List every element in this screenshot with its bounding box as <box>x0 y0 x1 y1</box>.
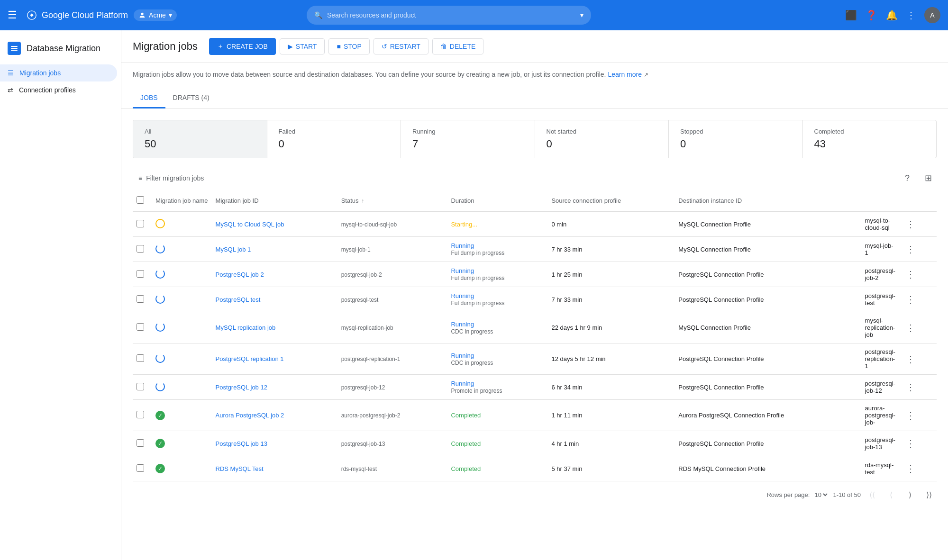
row-more-cell[interactable]: ⋮ <box>899 456 937 481</box>
row-checkbox[interactable] <box>137 245 144 253</box>
status-card-running[interactable]: Running 7 <box>401 120 535 158</box>
row-checkbox[interactable] <box>137 323 144 331</box>
create-job-button[interactable]: ＋ CREATE JOB <box>209 38 276 55</box>
status-card-completed[interactable]: Completed 43 <box>803 120 937 158</box>
job-name-link[interactable]: PostgreSQL job 13 <box>216 440 267 447</box>
job-name-link[interactable]: MySQL job 1 <box>216 246 251 253</box>
row-checkbox-cell[interactable] <box>133 211 152 237</box>
job-name-link[interactable]: PostgreSQL replication 1 <box>216 355 284 362</box>
sidebar-item-connection-profiles[interactable]: ⇄ Connection profiles <box>0 81 117 99</box>
row-more-button[interactable]: ⋮ <box>903 267 918 282</box>
row-source-cell: PostgreSQL Connection Profile <box>675 343 861 375</box>
row-checkbox-cell[interactable] <box>133 400 152 431</box>
next-page-button[interactable]: ⟩ <box>902 487 918 502</box>
row-destination-cell: postgresql-test <box>861 287 899 312</box>
start-label: START <box>296 43 317 50</box>
row-checkbox[interactable] <box>137 220 144 227</box>
status-card-failed[interactable]: Failed 0 <box>267 120 401 158</box>
row-checkbox-cell[interactable] <box>133 262 152 287</box>
select-all-checkbox[interactable] <box>137 196 144 204</box>
row-more-cell[interactable]: ⋮ <box>899 343 937 375</box>
row-more-button[interactable]: ⋮ <box>903 379 918 395</box>
filter-button[interactable]: ≡ Filter migration jobs <box>133 172 210 185</box>
col-status[interactable]: Status ↑ <box>337 190 447 211</box>
list-icon: ☰ <box>8 69 14 77</box>
avatar[interactable]: A <box>924 7 940 23</box>
row-more-button[interactable]: ⋮ <box>903 461 918 476</box>
learn-more-link[interactable]: Learn more <box>608 71 642 78</box>
job-name-link[interactable]: PostgreSQL job 12 <box>216 384 267 391</box>
search-bar[interactable]: 🔍 ▾ <box>307 6 591 25</box>
job-name-link[interactable]: Aurora PostgreSQL job 2 <box>216 412 284 419</box>
status-text: Starting... <box>451 221 477 228</box>
tab-jobs[interactable]: JOBS <box>133 86 165 108</box>
notifications-icon[interactable]: 🔔 <box>886 9 898 21</box>
row-name-cell: PostgreSQL job 2 <box>212 262 337 287</box>
row-more-cell[interactable]: ⋮ <box>899 211 937 237</box>
cloud-shell-icon[interactable]: ⬛ <box>845 9 857 21</box>
row-checkbox-cell[interactable] <box>133 375 152 400</box>
select-all-header[interactable] <box>133 190 152 211</box>
status-card-not-started[interactable]: Not started 0 <box>535 120 669 158</box>
first-page-button[interactable]: ⟨⟨ <box>865 487 880 502</box>
row-checkbox[interactable] <box>137 439 144 447</box>
row-job-id-cell: postgresql-job-2 <box>337 262 447 287</box>
row-destination-cell: aurora-postgresql-job- <box>861 400 899 431</box>
job-name-link[interactable]: MySQL to Cloud SQL job <box>216 221 284 228</box>
row-more-button[interactable]: ⋮ <box>903 292 918 307</box>
row-checkbox-cell[interactable] <box>133 456 152 481</box>
job-name-link[interactable]: RDS MySQL Test <box>216 465 264 472</box>
row-more-button[interactable]: ⋮ <box>903 217 918 232</box>
row-more-button[interactable]: ⋮ <box>903 352 918 367</box>
row-more-cell[interactable]: ⋮ <box>899 262 937 287</box>
row-checkbox[interactable] <box>137 354 144 362</box>
row-checkbox-cell[interactable] <box>133 431 152 456</box>
prev-page-button[interactable]: ⟨ <box>884 487 899 502</box>
row-more-cell[interactable]: ⋮ <box>899 431 937 456</box>
row-job-id-cell: postgresql-job-12 <box>337 375 447 400</box>
rows-per-page-select[interactable]: 10 25 50 <box>812 491 829 499</box>
row-checkbox[interactable] <box>137 295 144 303</box>
status-text: Completed <box>451 412 481 419</box>
help-table-icon[interactable]: ? <box>899 170 916 187</box>
last-page-button[interactable]: ⟩⟩ <box>921 487 937 502</box>
restart-button[interactable]: ↺ RESTART <box>374 38 428 54</box>
row-more-cell[interactable]: ⋮ <box>899 400 937 431</box>
more-options-icon[interactable]: ⋮ <box>906 9 916 21</box>
job-name-link[interactable]: MySQL replication job <box>216 324 276 331</box>
main-content: Migration jobs ＋ CREATE JOB ▶ START ■ ST… <box>121 30 948 560</box>
row-more-button[interactable]: ⋮ <box>903 436 918 451</box>
hamburger-icon[interactable]: ☰ <box>8 9 17 21</box>
row-more-button[interactable]: ⋮ <box>903 320 918 335</box>
job-name-link[interactable]: PostgreSQL test <box>216 296 261 303</box>
row-checkbox-cell[interactable] <box>133 343 152 375</box>
start-button[interactable]: ▶ START <box>280 38 325 54</box>
row-checkbox[interactable] <box>137 411 144 418</box>
column-visibility-icon[interactable]: ⊞ <box>920 170 937 187</box>
search-input[interactable] <box>327 11 575 19</box>
row-checkbox[interactable] <box>137 270 144 278</box>
row-icon-cell <box>152 237 212 262</box>
row-more-button[interactable]: ⋮ <box>903 408 918 423</box>
tab-drafts[interactable]: DRAFTS (4) <box>165 86 217 108</box>
row-more-button[interactable]: ⋮ <box>903 242 918 257</box>
row-checkbox-cell[interactable] <box>133 312 152 343</box>
row-more-cell[interactable]: ⋮ <box>899 237 937 262</box>
row-more-cell[interactable]: ⋮ <box>899 375 937 400</box>
account-selector[interactable]: Acme ▾ <box>134 9 177 21</box>
status-card-stopped[interactable]: Stopped 0 <box>669 120 803 158</box>
status-card-all[interactable]: All 50 <box>133 120 267 158</box>
row-more-cell[interactable]: ⋮ <box>899 287 937 312</box>
row-more-cell[interactable]: ⋮ <box>899 312 937 343</box>
row-checkbox-cell[interactable] <box>133 237 152 262</box>
row-checkbox-cell[interactable] <box>133 287 152 312</box>
row-checkbox[interactable] <box>137 464 144 472</box>
stop-button[interactable]: ■ STOP <box>328 38 369 54</box>
job-name-link[interactable]: PostgreSQL job 2 <box>216 271 264 278</box>
row-checkbox[interactable] <box>137 383 144 390</box>
col-duration: Duration <box>447 190 547 211</box>
delete-button[interactable]: 🗑 DELETE <box>432 38 483 54</box>
help-icon[interactable]: ❓ <box>866 9 877 21</box>
row-name-cell: PostgreSQL job 12 <box>212 375 337 400</box>
sidebar-item-migration-jobs[interactable]: ☰ Migration jobs <box>0 64 117 81</box>
